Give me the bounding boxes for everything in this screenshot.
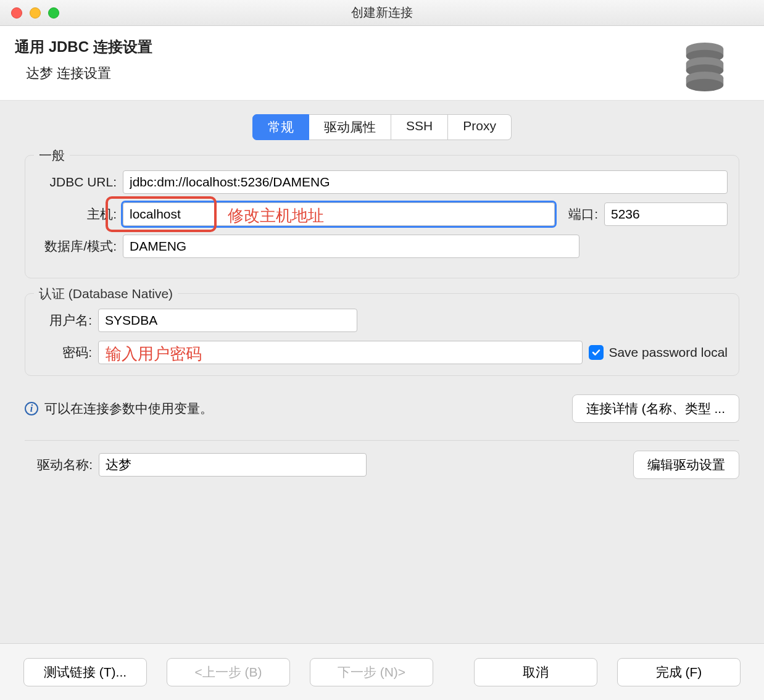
tabs: 常规 驱动属性 SSH Proxy xyxy=(0,114,764,140)
content-area: 常规 驱动属性 SSH Proxy 一般 JDBC URL: 主机: 修改主机地… xyxy=(0,101,764,479)
host-label: 主机: xyxy=(36,206,117,223)
general-legend: 一般 xyxy=(34,147,70,164)
test-connection-button[interactable]: 测试链接 (T)... xyxy=(23,658,147,686)
window-title: 创建新连接 xyxy=(351,4,413,21)
connection-details-button[interactable]: 连接详情 (名称、类型 ... xyxy=(572,394,739,423)
port-input[interactable] xyxy=(604,202,728,226)
minimize-icon[interactable] xyxy=(30,7,41,19)
general-group: 一般 JDBC URL: 主机: 修改主机地址 端口: 数据库/模式: xyxy=(25,155,739,278)
port-label: 端口: xyxy=(561,206,598,223)
database-label: 数据库/模式: xyxy=(36,238,117,255)
info-row: i 可以在连接参数中使用变量。 连接详情 (名称、类型 ... xyxy=(25,394,739,423)
close-icon[interactable] xyxy=(11,7,22,19)
tab-ssh[interactable]: SSH xyxy=(391,114,448,140)
password-input[interactable] xyxy=(98,341,583,364)
tab-general[interactable]: 常规 xyxy=(252,114,309,140)
save-password-checkbox[interactable] xyxy=(589,345,604,360)
username-input[interactable] xyxy=(98,309,357,332)
save-password-label: Save password local xyxy=(608,345,728,360)
host-input[interactable] xyxy=(123,202,555,226)
next-button[interactable]: 下一步 (N)> xyxy=(310,658,433,686)
username-label: 用户名: xyxy=(36,312,92,329)
auth-group: 认证 (Database Native) 用户名: 密码: 输入用户密码 Sav… xyxy=(25,293,739,376)
database-input[interactable] xyxy=(123,235,579,258)
page-subtitle: 达梦 连接设置 xyxy=(15,64,152,83)
info-icon: i xyxy=(25,402,38,415)
cancel-button[interactable]: 取消 xyxy=(474,658,597,686)
maximize-icon[interactable] xyxy=(48,7,59,19)
header-panel: 通用 JDBC 连接设置 达梦 连接设置 xyxy=(0,26,764,101)
jdbc-url-label: JDBC URL: xyxy=(36,175,117,190)
finish-button[interactable]: 完成 (F) xyxy=(617,658,741,686)
info-text: 可以在连接参数中使用变量。 xyxy=(44,400,213,417)
bottom-bar: 测试链接 (T)... <上一步 (B) 下一步 (N)> 取消 完成 (F) xyxy=(0,643,764,700)
driver-name-input[interactable] xyxy=(99,453,367,477)
page-title: 通用 JDBC 连接设置 xyxy=(15,37,152,57)
window-controls xyxy=(0,7,59,19)
divider xyxy=(25,440,739,441)
svg-point-8 xyxy=(686,79,723,91)
auth-legend: 认证 (Database Native) xyxy=(34,285,178,302)
back-button[interactable]: <上一步 (B) xyxy=(167,658,290,686)
database-icon xyxy=(679,40,731,91)
driver-row: 驱动名称: 编辑驱动设置 xyxy=(25,451,739,479)
driver-name-label: 驱动名称: xyxy=(25,456,93,473)
jdbc-url-input[interactable] xyxy=(123,170,728,194)
tab-proxy[interactable]: Proxy xyxy=(448,114,512,140)
tab-driver-props[interactable]: 驱动属性 xyxy=(309,114,391,140)
password-label: 密码: xyxy=(36,344,92,361)
checkmark-icon xyxy=(591,348,601,357)
edit-driver-button[interactable]: 编辑驱动设置 xyxy=(633,451,739,479)
titlebar: 创建新连接 xyxy=(0,0,764,26)
